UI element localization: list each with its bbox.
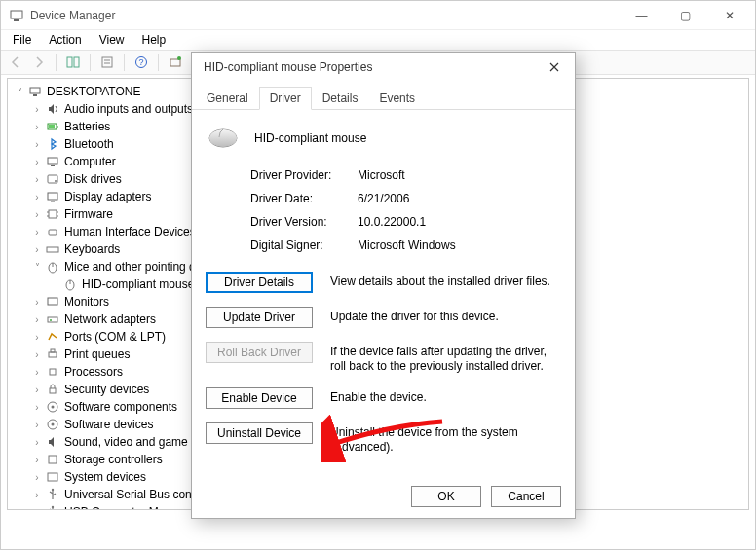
battery-icon [45, 119, 60, 134]
mouse-icon [45, 259, 60, 275]
expand-icon[interactable]: › [31, 173, 43, 185]
toolbar-separator [90, 54, 91, 71]
tree-item-label: Audio inputs and outputs [62, 102, 195, 116]
toolbar-separator [56, 54, 57, 71]
value-date: 6/21/2006 [358, 192, 561, 205]
expand-icon[interactable]: › [31, 471, 43, 483]
forward-button[interactable] [28, 52, 50, 73]
svg-rect-29 [49, 230, 57, 235]
maximize-button[interactable]: ▢ [663, 2, 707, 29]
update-driver-button[interactable]: Update Driver [206, 307, 313, 328]
mouse-icon [206, 126, 241, 151]
update-driver-desc: Update the driver for this device. [330, 307, 561, 324]
expand-icon[interactable]: › [31, 489, 43, 500]
svg-rect-22 [48, 193, 57, 200]
svg-rect-48 [48, 473, 57, 481]
tab-driver[interactable]: Driver [259, 87, 312, 110]
cancel-button[interactable]: Cancel [491, 486, 561, 507]
collapse-icon[interactable]: ˅ [14, 86, 25, 97]
expand-icon[interactable]: › [31, 121, 43, 132]
menu-file[interactable]: File [5, 31, 39, 49]
menu-action[interactable]: Action [41, 31, 89, 49]
rollback-driver-desc: If the device fails after updating the d… [330, 342, 561, 374]
svg-rect-37 [48, 317, 57, 322]
tab-general[interactable]: General [196, 87, 259, 110]
expand-icon[interactable]: › [31, 313, 43, 325]
expand-icon[interactable]: › [31, 348, 43, 360]
tree-item-label: Firmware [62, 207, 115, 221]
menu-view[interactable]: View [92, 31, 132, 49]
svg-rect-13 [30, 88, 40, 93]
expand-icon[interactable]: › [31, 296, 43, 308]
tree-item-label: HID-compliant mouse [80, 277, 196, 291]
tree-item-label: Software components [62, 400, 179, 414]
tree-item-label: Security devices [62, 383, 151, 396]
tab-details[interactable]: Details [312, 87, 369, 110]
security-icon [45, 382, 60, 397]
computer-icon [27, 84, 43, 99]
help-button[interactable]: ? [131, 52, 152, 73]
ports-icon [45, 329, 60, 345]
svg-rect-17 [49, 125, 55, 128]
expand-icon[interactable]: › [31, 138, 43, 150]
svg-point-38 [50, 319, 52, 321]
driver-details-button[interactable]: Driver Details [206, 272, 313, 293]
expand-icon[interactable]: › [31, 156, 43, 167]
audio-icon [45, 101, 60, 117]
expand-icon[interactable]: › [31, 366, 43, 378]
svg-rect-2 [67, 57, 72, 67]
expand-icon[interactable]: › [31, 331, 43, 343]
expand-icon[interactable]: › [31, 419, 43, 430]
scan-hardware-button[interactable] [165, 52, 186, 73]
tab-events[interactable]: Events [368, 87, 426, 110]
collapse-icon[interactable]: ˅ [31, 261, 43, 273]
minimize-button[interactable]: — [620, 2, 663, 29]
svg-point-44 [52, 406, 55, 409]
svg-rect-24 [49, 210, 57, 218]
uninstall-device-button[interactable]: Uninstall Device [206, 422, 313, 444]
expand-icon[interactable]: › [31, 454, 43, 465]
svg-rect-41 [50, 369, 56, 375]
svg-point-21 [55, 180, 57, 182]
toolbar-separator [158, 54, 159, 71]
expand-icon[interactable]: › [31, 506, 43, 510]
device-manager-icon [9, 8, 24, 23]
label-version: Driver Version: [250, 215, 358, 229]
disk-icon [45, 171, 60, 187]
svg-rect-40 [51, 349, 55, 352]
svg-rect-47 [49, 456, 57, 463]
rollback-driver-button: Roll Back Driver [206, 342, 313, 363]
svg-point-46 [52, 423, 55, 426]
window-title: Device Manager [30, 9, 620, 22]
dialog-close-button[interactable] [540, 55, 569, 79]
expand-icon[interactable]: › [31, 226, 43, 238]
expand-icon[interactable]: › [31, 191, 43, 202]
menu-help[interactable]: Help [134, 31, 174, 49]
svg-rect-16 [57, 126, 58, 128]
expand-icon[interactable]: › [31, 384, 43, 395]
svg-rect-18 [48, 158, 57, 164]
spacer [49, 278, 60, 290]
expand-icon[interactable]: › [31, 208, 43, 220]
value-version: 10.0.22000.1 [358, 215, 561, 229]
svg-rect-39 [49, 352, 57, 357]
display-icon [45, 189, 60, 204]
show-hide-tree-button[interactable] [62, 52, 84, 73]
enable-device-button[interactable]: Enable Device [206, 387, 313, 409]
svg-rect-36 [48, 298, 57, 305]
expand-icon[interactable]: › [31, 436, 43, 448]
properties-button[interactable] [96, 52, 118, 73]
tree-item-label: Storage controllers [62, 453, 165, 466]
svg-rect-14 [33, 94, 37, 96]
close-button[interactable]: ✕ [707, 2, 751, 29]
expand-icon[interactable]: › [31, 401, 43, 413]
expand-icon[interactable]: › [31, 103, 43, 115]
back-button[interactable] [5, 52, 26, 73]
ok-button[interactable]: OK [411, 486, 481, 507]
expand-icon[interactable]: › [31, 243, 43, 255]
tree-item-label: Ports (COM & LPT) [62, 330, 168, 344]
value-provider: Microsoft [358, 168, 561, 182]
svg-rect-0 [11, 11, 22, 18]
enable-device-desc: Enable the device. [330, 387, 561, 405]
titlebar: Device Manager — ▢ ✕ [1, 1, 755, 30]
